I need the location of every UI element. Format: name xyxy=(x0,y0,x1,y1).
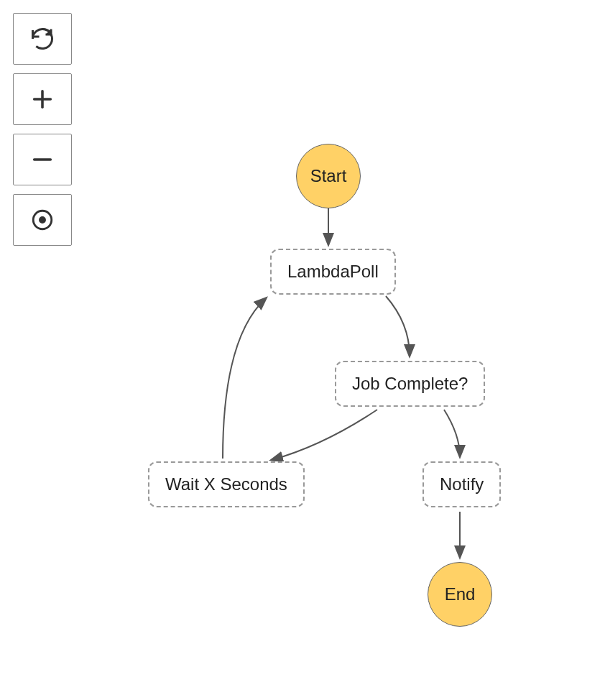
end-node[interactable]: End xyxy=(428,562,492,627)
notify-node[interactable]: Notify xyxy=(422,461,501,507)
lambdapoll-node[interactable]: LambdaPoll xyxy=(270,249,396,295)
start-label: Start xyxy=(310,166,347,186)
end-label: End xyxy=(445,584,476,604)
lambdapoll-label: LambdaPoll xyxy=(287,262,379,282)
job-complete-label: Job Complete? xyxy=(352,374,468,394)
wait-node[interactable]: Wait X Seconds xyxy=(148,461,305,507)
job-complete-node[interactable]: Job Complete? xyxy=(335,361,485,407)
wait-label: Wait X Seconds xyxy=(165,474,287,494)
start-node[interactable]: Start xyxy=(296,144,361,208)
diagram-edges xyxy=(0,0,605,700)
notify-label: Notify xyxy=(440,474,484,494)
